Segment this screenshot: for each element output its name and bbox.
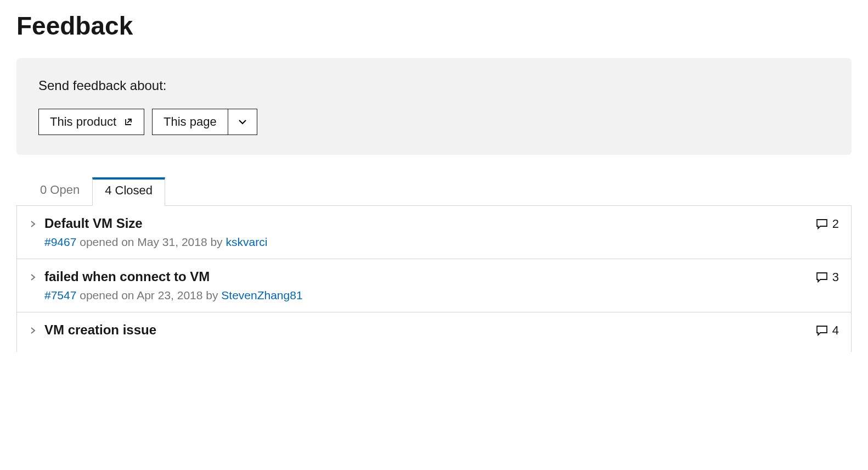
comment-icon — [816, 324, 828, 337]
issue-comments[interactable]: 3 — [816, 270, 839, 284]
this-page-split-button: This page — [152, 109, 257, 135]
page-title: Feedback — [16, 11, 852, 41]
tab-open[interactable]: 0 Open — [27, 177, 92, 205]
issue-item: failed when connect to VM #7547 opened o… — [17, 259, 851, 312]
issue-meta: #7547 opened on Apr 23, 2018 by StevenZh… — [44, 289, 808, 302]
chevron-down-icon — [237, 116, 248, 127]
issue-title[interactable]: VM creation issue — [44, 322, 808, 338]
this-page-button[interactable]: This page — [152, 109, 228, 135]
issue-item: Default VM Size #9467 opened on May 31, … — [17, 206, 851, 259]
issue-meta: #9467 opened on May 31, 2018 by kskvarci — [44, 236, 808, 249]
issue-comments[interactable]: 2 — [816, 217, 839, 231]
issue-item: VM creation issue 4 — [17, 312, 851, 352]
comment-count: 2 — [832, 217, 839, 231]
issue-list: Default VM Size #9467 opened on May 31, … — [16, 205, 852, 352]
issue-main: failed when connect to VM #7547 opened o… — [44, 269, 808, 302]
comment-icon — [816, 271, 828, 283]
issue-author-link[interactable]: StevenZhang81 — [221, 289, 302, 301]
issue-title[interactable]: failed when connect to VM — [44, 269, 808, 284]
this-product-button[interactable]: This product — [38, 109, 144, 135]
comment-count: 4 — [832, 323, 839, 338]
tab-closed[interactable]: 4 Closed — [92, 177, 165, 206]
external-link-icon — [124, 118, 133, 126]
feedback-button-row: This product This page — [38, 109, 830, 135]
issue-title[interactable]: Default VM Size — [44, 216, 808, 231]
chevron-right-icon[interactable] — [29, 220, 37, 228]
issue-id-link[interactable]: #7547 — [44, 289, 76, 301]
chevron-right-icon[interactable] — [29, 327, 37, 334]
issue-author-link[interactable]: kskvarci — [226, 236, 267, 248]
issue-main: VM creation issue — [44, 322, 808, 342]
issue-meta-text: opened on May 31, 2018 by — [76, 236, 226, 248]
issue-meta-text: opened on Apr 23, 2018 by — [76, 289, 221, 301]
this-page-dropdown-button[interactable] — [228, 109, 257, 135]
tabs: 0 Open 4 Closed — [27, 177, 852, 205]
issue-id-link[interactable]: #9467 — [44, 236, 76, 248]
feedback-prompt: Send feedback about: — [38, 78, 830, 93]
issue-comments[interactable]: 4 — [816, 323, 839, 338]
comment-icon — [816, 218, 828, 230]
chevron-right-icon[interactable] — [29, 273, 37, 281]
feedback-box: Send feedback about: This product This p… — [16, 58, 852, 155]
this-product-label: This product — [50, 115, 116, 129]
comment-count: 3 — [832, 270, 839, 284]
issue-main: Default VM Size #9467 opened on May 31, … — [44, 216, 808, 249]
